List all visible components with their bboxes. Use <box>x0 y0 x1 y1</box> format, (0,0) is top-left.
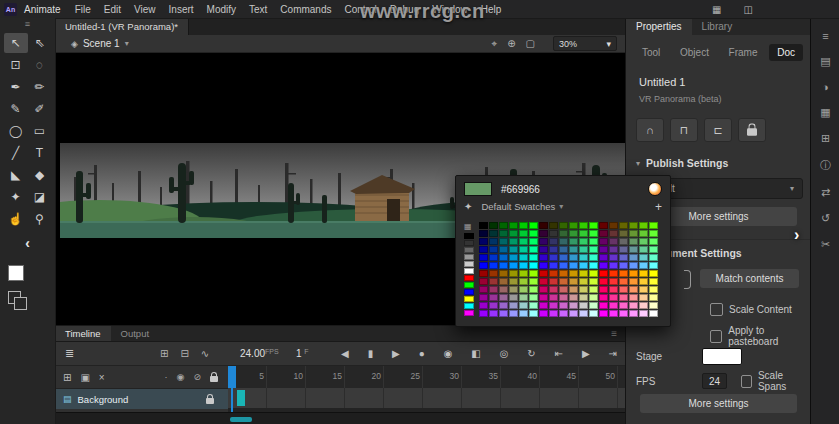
play-icon[interactable]: ▶ <box>582 348 590 359</box>
edit-multiple-frames-icon[interactable]: ◧ <box>471 348 480 359</box>
palette-swatch[interactable] <box>579 254 588 261</box>
scale-content-checkbox[interactable] <box>710 303 723 316</box>
palette-swatch[interactable] <box>549 230 558 237</box>
palette-swatch[interactable] <box>464 296 474 302</box>
graph-editor-icon[interactable]: ∿ <box>201 348 209 359</box>
panel-tab[interactable]: Library <box>692 18 743 35</box>
palette-swatch[interactable] <box>549 286 558 293</box>
timeline-tab[interactable]: Timeline <box>55 326 111 341</box>
palette-swatch[interactable] <box>599 270 608 277</box>
palette-swatch[interactable] <box>489 246 498 253</box>
palette-swatch[interactable] <box>569 302 578 309</box>
palette-swatch[interactable] <box>499 238 508 245</box>
palette-swatch[interactable] <box>499 222 508 229</box>
palette-swatch[interactable] <box>599 254 608 261</box>
palette-swatch[interactable] <box>599 238 608 245</box>
panel-expand-chevron[interactable]: › <box>794 226 799 244</box>
palette-swatch[interactable] <box>579 294 588 301</box>
zoom-fit-icon[interactable]: ⊕ <box>507 38 515 50</box>
snap-align-icon[interactable]: ∩ <box>636 118 664 142</box>
selection-tool[interactable]: ↖ <box>4 33 28 53</box>
palette-swatch[interactable] <box>629 230 638 237</box>
palette-swatch[interactable] <box>559 286 568 293</box>
new-layer-icon[interactable]: ⊞ <box>63 372 71 383</box>
palette-swatch[interactable] <box>539 286 548 293</box>
palette-swatch[interactable] <box>464 268 474 274</box>
palette-swatch[interactable] <box>609 246 618 253</box>
palette-swatch[interactable] <box>559 238 568 245</box>
layer-lock-icon[interactable] <box>206 398 214 404</box>
menu-item[interactable]: View <box>134 4 156 15</box>
palette-swatch[interactable] <box>549 294 558 301</box>
scale-spans-checkbox[interactable] <box>741 375 752 388</box>
palette-swatch[interactable] <box>539 238 548 245</box>
palette-swatch[interactable] <box>639 310 648 317</box>
palette-swatch[interactable] <box>559 222 568 229</box>
palette-swatch[interactable] <box>499 254 508 261</box>
insert-frame-icon[interactable]: ⊞ <box>160 348 168 359</box>
palette-swatch[interactable] <box>489 238 498 245</box>
palette-swatch[interactable] <box>559 254 568 261</box>
palette-swatch[interactable] <box>499 262 508 269</box>
palette-swatch[interactable] <box>509 302 518 309</box>
lock-toggle-button[interactable] <box>738 118 766 142</box>
link-dimensions-icon[interactable] <box>684 270 691 289</box>
match-contents-button[interactable]: Match contents <box>700 269 799 288</box>
palette-swatch[interactable] <box>519 262 528 269</box>
palette-swatch[interactable] <box>539 294 548 301</box>
scene-breadcrumb[interactable]: ◈ Scene 1 ▾ <box>71 38 129 49</box>
palette-swatch[interactable] <box>649 278 658 285</box>
zoom-tool[interactable]: ⚲ <box>28 209 52 229</box>
center-frame-icon[interactable]: ⌖ <box>492 38 498 50</box>
snap-grid-icon[interactable]: ⊓ <box>670 118 698 142</box>
palette-swatch[interactable] <box>479 294 488 301</box>
palette-swatch[interactable] <box>499 286 508 293</box>
zoom-select[interactable]: 30% ▾ <box>553 36 617 51</box>
palette-swatch[interactable] <box>519 230 528 237</box>
palette-swatch[interactable] <box>529 238 538 245</box>
palette-swatch[interactable] <box>639 222 648 229</box>
palette-swatch[interactable] <box>499 230 508 237</box>
palette-swatch[interactable] <box>464 240 474 246</box>
palette-swatch[interactable] <box>629 270 638 277</box>
timeline-menu-icon[interactable]: ≡ <box>611 328 617 339</box>
timeline-tab[interactable]: Output <box>111 326 160 341</box>
palette-swatch[interactable] <box>549 310 558 317</box>
playhead[interactable] <box>228 366 236 388</box>
palette-swatch[interactable] <box>569 254 578 261</box>
palette-swatch[interactable] <box>464 247 474 253</box>
palette-swatch[interactable] <box>489 302 498 309</box>
palette-swatch[interactable] <box>559 262 568 269</box>
palette-swatch[interactable] <box>499 294 508 301</box>
palette-swatch[interactable] <box>519 278 528 285</box>
palette-swatch[interactable] <box>649 238 658 245</box>
palette-swatch[interactable] <box>489 230 498 237</box>
onion-skin-icon[interactable]: ◉ <box>444 348 453 359</box>
palette-swatch[interactable] <box>519 310 528 317</box>
menu-item[interactable]: Commands <box>280 4 331 15</box>
palette-swatch[interactable] <box>509 294 518 301</box>
palette-swatch[interactable] <box>499 310 508 317</box>
palette-swatch[interactable] <box>549 238 558 245</box>
palette-swatch[interactable] <box>489 310 498 317</box>
classic-brush-tool[interactable]: ✎ <box>4 99 28 119</box>
ink-bottle-tool[interactable]: ◆ <box>28 165 52 185</box>
palette-swatch[interactable] <box>519 238 528 245</box>
add-swatch-button[interactable]: + <box>655 202 662 212</box>
palette-swatch[interactable] <box>639 270 648 277</box>
palette-swatch[interactable] <box>579 262 588 269</box>
lasso-tool[interactable]: ◌ <box>28 55 52 75</box>
palette-swatch[interactable] <box>539 262 548 269</box>
palette-swatch[interactable] <box>479 278 488 285</box>
palette-swatch[interactable] <box>589 230 598 237</box>
properties-strip-icon[interactable]: ≡ <box>822 30 828 42</box>
menu-item[interactable]: File <box>75 4 91 15</box>
palette-swatch[interactable] <box>464 310 474 316</box>
palette-swatch[interactable] <box>559 270 568 277</box>
scissors-strip-icon[interactable]: ✂ <box>821 238 830 251</box>
text-tool[interactable]: T <box>28 143 52 163</box>
color-strip-icon[interactable]: ◑ <box>822 81 829 93</box>
loop-icon[interactable]: ↻ <box>527 348 535 359</box>
highlight-column-icon[interactable]: · <box>165 372 168 382</box>
prev-keyframe-icon[interactable]: ⇤ <box>555 348 563 359</box>
